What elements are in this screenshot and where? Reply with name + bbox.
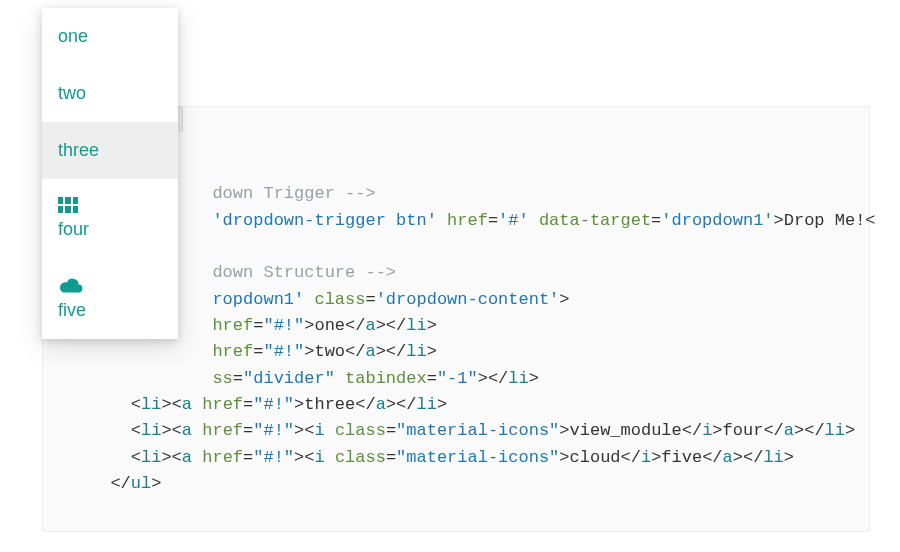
- code-line: <li><a href="#!"><i class="material-icon…: [90, 421, 855, 440]
- code-block: down Trigger --> 'dropdown-trigger btn' …: [90, 155, 876, 497]
- dropdown-item-one[interactable]: one: [42, 8, 178, 65]
- code-line: 'dropdown-trigger btn' href='#' data-tar…: [90, 211, 876, 230]
- dropdown-item-four[interactable]: four: [42, 179, 178, 258]
- dropdown-item-two[interactable]: two: [42, 65, 178, 122]
- dropdown-item-label: one: [58, 26, 162, 47]
- cloud-icon: [58, 276, 162, 294]
- code-line: href="#!">two</a></li>: [90, 342, 437, 361]
- dropdown-item-label: two: [58, 83, 162, 104]
- dropdown-item-three[interactable]: three: [42, 122, 178, 179]
- view-module-icon: [58, 197, 162, 213]
- code-line: <li><a href="#!">three</a></li>: [90, 395, 447, 414]
- code-line: </ul>: [90, 474, 161, 493]
- code-line: <li><a href="#!"><i class="material-icon…: [90, 448, 794, 467]
- dropdown-item-label: four: [58, 219, 162, 240]
- dropdown-item-label: five: [58, 300, 162, 321]
- dropdown-menu: one two three four five: [42, 8, 178, 339]
- code-line: ss="divider" tabindex="-1"></li>: [90, 369, 539, 388]
- dropdown-item-five[interactable]: five: [42, 258, 178, 339]
- dropdown-item-label: three: [58, 140, 162, 161]
